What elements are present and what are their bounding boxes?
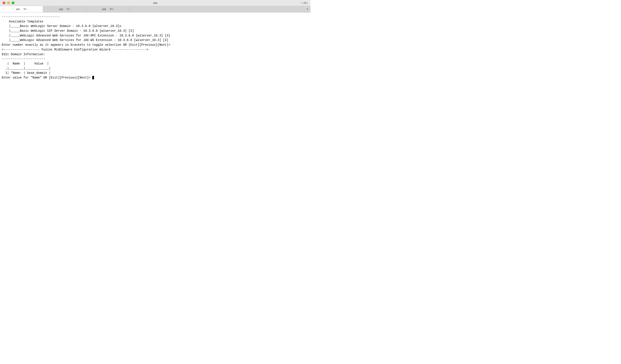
window-shortcut: ⌥⌘1 [301, 1, 308, 4]
terminal-line: ------------------------ [2, 57, 309, 61]
terminal-line: |_____Basic WebLogic Server Domain - 10.… [2, 24, 309, 29]
terminal-line: Enter number exactly as it appears in br… [2, 43, 309, 47]
terminal-content[interactable]: -------------------------------- Availab… [0, 13, 310, 182]
terminal-line: | Name | Value | [2, 61, 309, 66]
terminal-line: |_____Basic WebLogic SIP Server Domain -… [2, 29, 309, 34]
terminal-line: -------------------------------- [2, 15, 309, 19]
tab-bar: ssh ⌘1 ssh ⌘2 ssh ⌘3 + [0, 6, 310, 13]
minimize-button[interactable] [7, 1, 10, 4]
terminal-line: Enter value for "Name" OR [Exit][Previou… [2, 75, 309, 80]
tab-2-shortcut: ⌘2 [67, 8, 70, 11]
tab-3-shortcut: ⌘3 [109, 8, 113, 11]
tab-2-label: ssh [59, 8, 63, 11]
terminal-line: 1| *Name: | base_domain | [2, 71, 309, 75]
terminal-line: |_____WebLogic Advanced Web Services for… [2, 34, 309, 38]
tab-1-label: ssh [16, 8, 20, 11]
terminal-line: _|________|_____________| [2, 66, 309, 71]
add-tab-button[interactable]: + [304, 6, 310, 12]
window-title: ssh [153, 1, 157, 4]
close-button[interactable] [2, 1, 5, 4]
tab-1-shortcut: ⌘1 [23, 8, 27, 11]
traffic-lights [0, 1, 15, 4]
tab-3[interactable]: ssh ⌘3 [86, 6, 129, 12]
tab-3-label: ssh [102, 8, 106, 11]
tab-1[interactable]: ssh ⌘1 [0, 6, 43, 12]
tab-2[interactable]: ssh ⌘2 [43, 6, 86, 12]
terminal-line: <-------------------- Fusion Middleware … [2, 47, 309, 52]
maximize-button[interactable] [12, 1, 15, 4]
terminal-cursor [92, 76, 94, 79]
terminal-line: |_____WebLogic Advanced Web Services for… [2, 38, 309, 43]
terminal-line: Edit Domain Information: [2, 52, 309, 57]
terminal-window: ssh ⌥⌘1 ssh ⌘1 ssh ⌘2 ssh ⌘3 + ---------… [0, 0, 310, 182]
title-bar: ssh ⌥⌘1 [0, 0, 310, 6]
terminal-line: Available Templates [2, 19, 309, 24]
